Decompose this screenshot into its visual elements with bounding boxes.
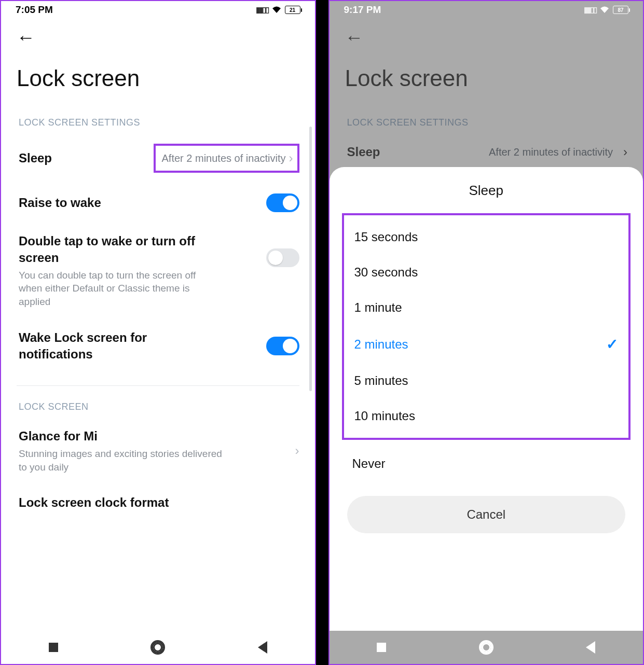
option-never[interactable]: Never — [330, 446, 643, 481]
status-time: 9:17 PM — [344, 4, 381, 16]
sleep-value: After 2 minutes of inactivity — [489, 146, 613, 158]
raise-label: Raise to wake — [19, 195, 259, 211]
back-nav-button[interactable] — [565, 641, 616, 654]
setting-wake-lock[interactable]: Wake Lock screen for notifications — [1, 319, 315, 373]
divider — [17, 385, 299, 386]
option-15s[interactable]: 15 seconds — [344, 219, 629, 255]
status-icons: ▮▮▯▯ 87 — [584, 5, 628, 15]
back-button[interactable]: ← — [1, 18, 315, 52]
setting-sleep[interactable]: Sleep After 2 minutes of inactivity › — [330, 133, 643, 171]
status-time: 7:05 PM — [16, 4, 53, 16]
sleep-label: Sleep — [19, 150, 146, 167]
setting-clock-format[interactable]: Lock screen clock format — [1, 484, 315, 514]
sleep-value-highlight: After 2 minutes of inactivity › — [154, 144, 299, 173]
chevron-right-icon: › — [623, 145, 627, 159]
signal-icon: ▮▮▯▯ — [584, 5, 596, 15]
home-button[interactable] — [460, 641, 512, 654]
status-bar: 7:05 PM ▮▮▯▯ 21 — [1, 1, 315, 18]
sleep-sheet: Sleep 15 seconds 30 seconds 1 minute 2 m… — [330, 167, 643, 664]
page-title: Lock screen — [1, 52, 315, 102]
sleep-value: After 2 minutes of inactivity — [162, 153, 286, 164]
content: ← Lock screen LOCK SCREEN SETTINGS Sleep… — [1, 18, 315, 664]
overview-button[interactable] — [355, 643, 407, 652]
clockformat-label: Lock screen clock format — [19, 494, 299, 511]
setting-double-tap[interactable]: Double tap to wake or turn off screen Yo… — [1, 223, 315, 319]
option-1m[interactable]: 1 minute — [344, 290, 629, 325]
wakelock-label: Wake Lock screen for notifications — [19, 329, 205, 363]
arrow-left-icon: ← — [17, 26, 35, 48]
setting-glance[interactable]: Glance for Mi Stunning images and exciti… — [1, 418, 315, 484]
wakelock-toggle[interactable] — [266, 337, 299, 355]
glance-label: Glance for Mi — [19, 428, 226, 445]
back-nav-button[interactable] — [237, 641, 289, 654]
raise-toggle[interactable] — [266, 193, 299, 212]
sheet-title: Sleep — [330, 183, 643, 199]
option-label: 5 minutes — [354, 373, 408, 388]
system-nav-bar — [330, 631, 643, 664]
option-30s[interactable]: 30 seconds — [344, 255, 629, 290]
option-label: 1 minute — [354, 300, 402, 315]
battery-icon: 21 — [285, 6, 300, 14]
home-button[interactable] — [132, 641, 184, 654]
option-5m[interactable]: 5 minutes — [344, 363, 629, 398]
cancel-button[interactable]: Cancel — [347, 496, 626, 533]
system-nav-bar — [1, 631, 315, 664]
left-screenshot: 7:05 PM ▮▮▯▯ 21 ← Lock screen LOCK SCREE… — [0, 0, 316, 665]
check-icon: ✓ — [606, 336, 618, 353]
status-icons: ▮▮▯▯ 21 — [256, 5, 300, 15]
glance-desc: Stunning images and exciting stories del… — [19, 447, 226, 474]
signal-icon: ▮▮▯▯ — [256, 5, 268, 15]
arrow-left-icon: ← — [345, 26, 364, 48]
doubletap-desc: You can double tap to turn the screen of… — [19, 269, 205, 309]
right-screenshot: 9:17 PM ▮▮▯▯ 87 ← Lock screen LOCK SCREE… — [328, 0, 645, 665]
page-title: Lock screen — [330, 52, 643, 102]
option-2m[interactable]: 2 minutes ✓ — [344, 325, 629, 363]
status-bar: 9:17 PM ▮▮▯▯ 87 — [330, 1, 643, 18]
setting-raise-to-wake[interactable]: Raise to wake — [1, 183, 315, 223]
doubletap-toggle[interactable] — [266, 248, 299, 267]
option-10m[interactable]: 10 minutes — [344, 398, 629, 434]
sleep-label: Sleep — [347, 144, 482, 160]
section-lock-settings: LOCK SCREEN SETTINGS — [330, 102, 643, 133]
section-lock-settings: LOCK SCREEN SETTINGS — [1, 102, 315, 133]
chevron-right-icon: › — [295, 444, 299, 458]
option-label: 30 seconds — [354, 265, 418, 280]
back-button[interactable]: ← — [330, 18, 643, 52]
battery-icon: 87 — [613, 6, 628, 14]
sleep-options-highlight: 15 seconds 30 seconds 1 minute 2 minutes… — [342, 213, 631, 440]
option-label: 10 minutes — [354, 409, 415, 423]
wifi-icon — [599, 6, 610, 14]
section-lock-screen: LOCK SCREEN — [1, 398, 315, 418]
option-label: 2 minutes — [354, 337, 408, 352]
doubletap-label: Double tap to wake or turn off screen — [19, 233, 205, 267]
option-label: 15 seconds — [354, 230, 418, 244]
chevron-right-icon: › — [289, 151, 293, 165]
wifi-icon — [271, 6, 282, 14]
overview-button[interactable] — [28, 643, 79, 652]
scrollbar[interactable] — [309, 127, 312, 391]
setting-sleep[interactable]: Sleep After 2 minutes of inactivity › — [1, 133, 315, 183]
